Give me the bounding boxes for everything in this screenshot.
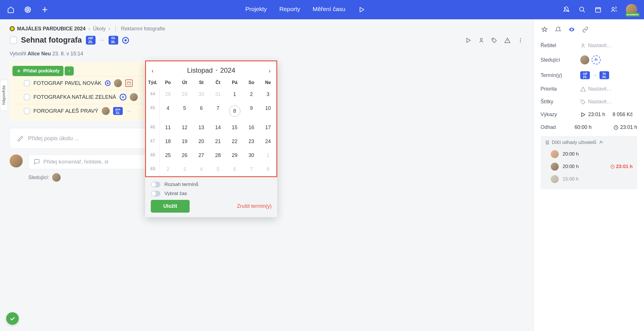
calendar-day[interactable]: 30 — [193, 87, 210, 101]
calendar-day[interactable]: 1 — [260, 148, 276, 162]
next-month-button[interactable]: › — [269, 68, 271, 74]
calendar-day[interactable]: 3 — [260, 87, 276, 101]
calendar-day[interactable]: 17 — [260, 121, 276, 135]
calendar-day[interactable]: 24 — [260, 135, 276, 148]
calendar-day[interactable]: 22 — [226, 135, 243, 148]
calendar-day[interactable]: 30 — [243, 148, 260, 162]
help-tab[interactable]: Nápověda — [0, 79, 7, 111]
add-estimate-icon[interactable] — [599, 140, 604, 145]
subtask-date-badge[interactable]: pro22. — [113, 107, 123, 115]
calendar-day[interactable]: 3 — [176, 162, 193, 176]
breadcrumb-more-icon[interactable]: ⋮ — [113, 26, 118, 32]
calendar-day[interactable]: 7 — [210, 101, 226, 121]
calendar-day[interactable]: 2 — [160, 162, 176, 176]
person-icon[interactable] — [478, 37, 485, 44]
odhad-planned[interactable]: 60:00 h — [575, 124, 592, 130]
date-from-badge[interactable]: zář25. — [86, 36, 96, 44]
calendar-day[interactable]: 7 — [243, 162, 260, 176]
calendar-day[interactable]: 28 — [160, 87, 176, 101]
target-icon[interactable] — [120, 94, 126, 100]
calendar-day[interactable]: 11 — [160, 121, 176, 135]
date-to-badge[interactable]: lis30. — [109, 36, 118, 44]
sledujici-value[interactable] — [580, 55, 601, 64]
wheel-icon[interactable] — [24, 6, 32, 14]
user-avatar[interactable]: BUSINESS — [626, 4, 637, 15]
calendar-day[interactable]: 19 — [176, 135, 193, 148]
add-watcher-button[interactable] — [592, 55, 601, 64]
prev-month-button[interactable]: ‹ — [152, 68, 154, 74]
calendar-day[interactable]: 4 — [193, 162, 210, 176]
play-icon[interactable] — [465, 37, 472, 44]
calendar-day[interactable]: 16 — [243, 121, 260, 135]
calendar-day[interactable]: 1 — [226, 87, 243, 101]
calendar-day[interactable]: 29 — [226, 148, 243, 162]
calendar-icon[interactable] — [594, 6, 602, 14]
range-toggle[interactable] — [151, 182, 160, 187]
chevron-down-icon[interactable] — [215, 68, 219, 72]
people-icon[interactable] — [610, 6, 618, 14]
warning-icon[interactable] — [504, 37, 511, 44]
calendar-day[interactable]: 6 — [226, 162, 243, 176]
calendar-day[interactable]: 26 — [176, 148, 193, 162]
more-icon[interactable] — [517, 37, 524, 44]
cancel-dates-button[interactable]: Zrušit termín(y) — [237, 203, 272, 209]
calendar-day[interactable]: 25 — [160, 148, 176, 162]
resitel-value[interactable]: Nastavit… — [580, 43, 612, 49]
add-subtask-dropdown[interactable] — [65, 66, 74, 76]
calendar-day[interactable]: 14 — [210, 121, 226, 135]
subtask-checkbox[interactable] — [24, 108, 30, 114]
plus-icon[interactable] — [41, 6, 49, 14]
search-icon[interactable] — [578, 6, 586, 14]
calendar-day[interactable]: 12 — [176, 121, 193, 135]
calendar-day[interactable]: 18 — [160, 135, 176, 148]
subtask-checkbox[interactable] — [24, 80, 30, 86]
breadcrumb-project[interactable]: MAJÁLES PARDUBICE 2024 — [10, 26, 86, 32]
calendar-day[interactable]: 8 — [226, 101, 243, 121]
calendar-day[interactable]: 10 — [260, 101, 276, 121]
calendar-day[interactable]: 15 — [226, 121, 243, 135]
calendar-day[interactable]: 31 — [210, 87, 226, 101]
calendar-day[interactable]: 5 — [210, 162, 226, 176]
home-icon[interactable] — [7, 6, 15, 14]
calendar-day[interactable]: 5 — [176, 101, 193, 121]
save-button[interactable]: Uložit — [151, 200, 190, 213]
calendar-year[interactable]: 2024 — [220, 66, 235, 74]
assignee-avatar[interactable] — [114, 79, 122, 87]
link-icon[interactable] — [581, 26, 589, 33]
calendar-day[interactable]: 6 — [193, 101, 210, 121]
calendar-day[interactable]: 23 — [243, 135, 260, 148]
calendar-day[interactable]: 21 — [210, 135, 226, 148]
calendar-day[interactable]: 20 — [193, 135, 210, 148]
time-toggle[interactable] — [151, 191, 160, 196]
eye-icon[interactable] — [568, 26, 576, 33]
target-icon[interactable] — [122, 37, 129, 44]
bell-icon[interactable] — [562, 6, 570, 14]
vykazy-value[interactable]: 23:01 h 8 056 Kč — [580, 112, 633, 118]
watcher-avatar[interactable] — [52, 173, 61, 182]
priorita-value[interactable]: Nastavit… — [580, 86, 612, 92]
calendar-day[interactable]: 13 — [193, 121, 210, 135]
calendar-day[interactable]: 9 — [243, 101, 260, 121]
bell-plus-icon[interactable] — [554, 26, 562, 33]
star-icon[interactable] — [541, 26, 548, 33]
assignee-avatar[interactable] — [102, 107, 110, 115]
nav-mereni[interactable]: Měření času — [313, 6, 346, 14]
nav-projekty[interactable]: Projekty — [245, 6, 267, 14]
status-fab[interactable] — [6, 312, 19, 325]
calendar-day[interactable]: 28 — [210, 148, 226, 162]
calendar-day[interactable]: 8 — [260, 162, 276, 176]
calendar-day[interactable]: 29 — [176, 87, 193, 101]
calendar-day[interactable]: 4 — [160, 101, 176, 121]
task-checkbox[interactable] — [10, 37, 17, 44]
calendar-day[interactable]: 27 — [193, 148, 210, 162]
nav-reporty[interactable]: Reporty — [279, 6, 300, 14]
subtask-checkbox[interactable] — [24, 94, 30, 100]
play-icon[interactable] — [358, 6, 366, 14]
calendar-month[interactable]: Listopad — [187, 66, 213, 74]
terminy-value[interactable]: zář25. → lis30. — [580, 71, 609, 79]
stitky-value[interactable]: Nastavit… — [580, 99, 612, 105]
calendar-day[interactable]: 2 — [243, 87, 260, 101]
target-icon[interactable] — [105, 80, 111, 86]
tag-icon[interactable] — [491, 37, 498, 44]
assignee-avatar[interactable] — [130, 93, 138, 101]
